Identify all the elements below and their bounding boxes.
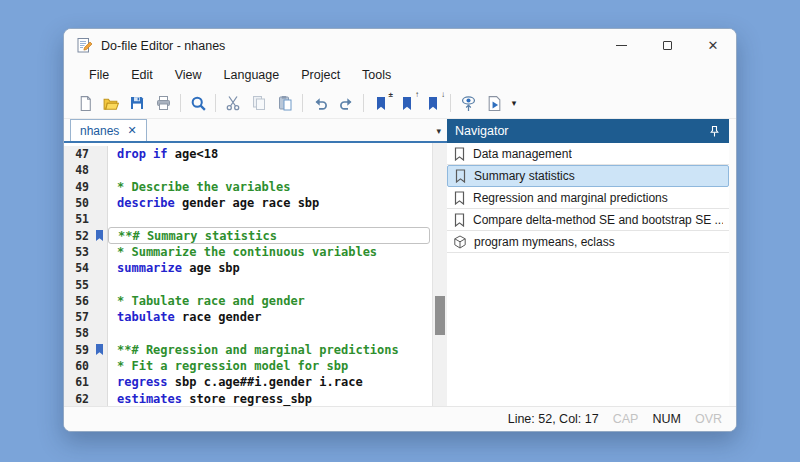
editor-pane: nhanes ✕ ▾ 47drop if age<184849* Describ… — [64, 119, 447, 406]
code-line-55[interactable]: 55 — [64, 276, 432, 292]
code-text — [108, 211, 430, 227]
code-line-56[interactable]: 56* Tabulate race and gender — [64, 293, 432, 309]
navigator-item[interactable]: Data management — [447, 143, 729, 165]
maximize-button[interactable] — [644, 29, 690, 62]
code-line-58[interactable]: 58 — [64, 325, 432, 341]
line-number: 62 — [64, 390, 92, 406]
cube-icon — [453, 235, 467, 249]
next-bookmark-button[interactable]: ↓ — [420, 90, 446, 116]
navigator-item[interactable]: program mymeans, eclass — [447, 231, 729, 253]
tab-label: nhanes — [80, 124, 119, 138]
code-text: * Summarize the continuous variables — [108, 244, 430, 260]
redo-button[interactable] — [333, 90, 359, 116]
navigator-item[interactable]: Regression and marginal predictions — [447, 187, 729, 209]
open-button[interactable] — [98, 90, 124, 116]
cut-button[interactable] — [220, 90, 246, 116]
previous-bookmark-icon — [400, 96, 414, 111]
line-number: 55 — [64, 276, 92, 292]
code-line-60[interactable]: 60* Fit a regression model for sbp — [64, 358, 432, 374]
code-text: * Describe the variables — [108, 179, 430, 195]
bookmark-gutter — [92, 309, 108, 325]
toolbar-separator — [363, 94, 364, 112]
current-line-code: **# Summary statistics — [108, 227, 430, 243]
tab-overflow-icon[interactable]: ▾ — [436, 126, 441, 136]
pin-icon[interactable] — [708, 125, 721, 138]
tab-bar: nhanes ✕ ▾ — [64, 119, 447, 143]
close-button[interactable]: ✕ — [690, 29, 736, 62]
previous-bookmark-button[interactable]: ↑ — [394, 90, 420, 116]
menu-view[interactable]: View — [164, 65, 213, 85]
navigator-item-label: Compare delta-method SE and bootstrap SE… — [473, 213, 723, 227]
bookmark-gutter — [92, 293, 108, 309]
code-line-53[interactable]: 53* Summarize the continuous variables — [64, 244, 432, 260]
cursor-position: Line: 52, Col: 17 — [508, 412, 599, 426]
code-line-57[interactable]: 57tabulate race gender — [64, 309, 432, 325]
copy-button[interactable] — [246, 90, 272, 116]
toggle-bookmark-modifier: ± — [389, 91, 393, 99]
code-editor[interactable]: 47drop if age<184849* Describe the varia… — [64, 143, 432, 406]
scrollbar-thumb[interactable] — [435, 296, 445, 335]
bookmark-gutter — [92, 260, 108, 276]
find-button[interactable] — [185, 90, 211, 116]
code-line-59[interactable]: 59**# Regression and marginal prediction… — [64, 342, 432, 358]
navigator-panel: Navigator Data managementSummary statist… — [447, 119, 729, 406]
navigator-item[interactable]: Compare delta-method SE and bootstrap SE… — [447, 209, 729, 231]
menu-file[interactable]: File — [78, 65, 120, 85]
status-indicator-ovr: OVR — [695, 412, 722, 426]
navigator-title: Navigator — [455, 124, 708, 138]
navigator-item-label: program mymeans, eclass — [474, 235, 615, 249]
bookmark-icon — [92, 342, 108, 358]
menu-project[interactable]: Project — [290, 65, 351, 85]
menu-tools[interactable]: Tools — [351, 65, 402, 85]
new-do-file-button[interactable] — [72, 90, 98, 116]
line-number: 49 — [64, 179, 92, 195]
redo-icon — [338, 95, 355, 111]
toggle-bookmark-button[interactable]: ± — [368, 90, 394, 116]
line-number: 51 — [64, 211, 92, 227]
code-line-54[interactable]: 54summarize age sbp — [64, 260, 432, 276]
bookmark-gutter — [92, 195, 108, 211]
chevron-down-icon: ▾ — [512, 98, 517, 108]
tab-nhanes[interactable]: nhanes ✕ — [70, 119, 147, 141]
code-text: regress sbp c.age##i.gender i.race — [108, 374, 430, 390]
next-bookmark-icon — [426, 96, 440, 111]
menu-edit[interactable]: Edit — [120, 65, 164, 85]
status-indicator-cap: CAP — [613, 412, 639, 426]
maximize-icon — [663, 41, 672, 50]
preview-in-viewer-button[interactable] — [455, 90, 481, 116]
editor-scrollbar[interactable] — [432, 143, 447, 406]
code-text: summarize age sbp — [108, 260, 430, 276]
do-file-editor-window: Do-file Editor - nhanes ✕ FileEditViewLa… — [63, 28, 737, 432]
undo-button[interactable] — [307, 90, 333, 116]
title-bar: Do-file Editor - nhanes ✕ — [64, 29, 736, 62]
tab-close-icon[interactable]: ✕ — [127, 125, 136, 136]
minimize-icon — [616, 45, 627, 46]
bookmark-gutter — [92, 146, 108, 162]
bookmark-gutter — [92, 358, 108, 374]
save-icon — [129, 95, 145, 111]
minimize-button[interactable] — [598, 29, 644, 62]
print-button[interactable] — [150, 90, 176, 116]
save-button[interactable] — [124, 90, 150, 116]
code-text: * Fit a regression model for sbp — [108, 358, 430, 374]
code-line-62[interactable]: 62estimates store regress_sbp — [64, 390, 432, 406]
window-title: Do-file Editor - nhanes — [101, 39, 598, 53]
toolbar-separator — [180, 94, 181, 112]
bookmark-gutter — [92, 374, 108, 390]
execute-do-button[interactable] — [481, 90, 507, 116]
code-line-51[interactable]: 51 — [64, 211, 432, 227]
code-line-48[interactable]: 48 — [64, 162, 432, 178]
paste-button[interactable] — [272, 90, 298, 116]
code-line-61[interactable]: 61regress sbp c.age##i.gender i.race — [64, 374, 432, 390]
line-number: 58 — [64, 325, 92, 341]
execute-dropdown-button[interactable]: ▾ — [507, 90, 521, 116]
menu-language[interactable]: Language — [213, 65, 291, 85]
code-line-52[interactable]: 52**# Summary statistics — [64, 227, 432, 243]
copy-icon — [251, 95, 267, 111]
code-line-49[interactable]: 49* Describe the variables — [64, 179, 432, 195]
code-text: drop if age<18 — [108, 146, 430, 162]
code-line-47[interactable]: 47drop if age<18 — [64, 146, 432, 162]
bookmark-gutter — [92, 390, 108, 406]
navigator-item[interactable]: Summary statistics — [447, 165, 729, 187]
code-line-50[interactable]: 50describe gender age race sbp — [64, 195, 432, 211]
